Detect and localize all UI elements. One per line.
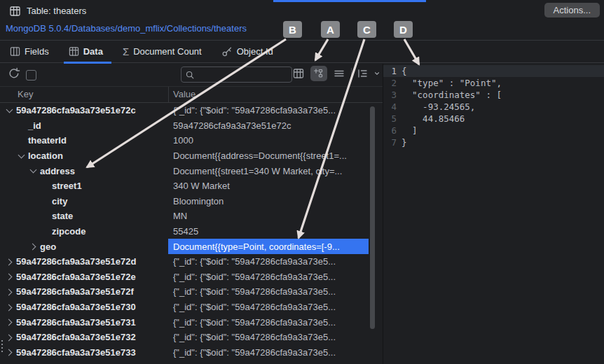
row-value-cell[interactable]: {"_id": {"$oid": "59a47286cfa9a3a73e5... [168, 314, 369, 330]
table-row[interactable]: 59a47286cfa9a3a73e51e72e {"_id": {"$oid"… [0, 270, 383, 285]
editor-line[interactable]: 5 44.85466 [383, 113, 604, 125]
chevron-right-icon[interactable] [29, 242, 37, 251]
tab-data[interactable]: Data [69, 41, 103, 63]
sigma-icon: Σ [123, 47, 129, 57]
row-value-cell[interactable]: Document{{street1=340 W Market, city=... [168, 163, 369, 178]
table-row[interactable]: 59a47286cfa9a3a73e51e72d {"_id": {"$oid"… [0, 254, 383, 270]
editor-line[interactable]: 6 ] [383, 125, 604, 136]
chevron-right-icon[interactable] [5, 333, 13, 342]
row-value-cell[interactable]: 1000 [168, 133, 369, 148]
row-key-cell[interactable]: city [0, 196, 168, 206]
editor-line[interactable]: 2 "type" : "Point", [383, 77, 604, 89]
annotation-label-d: D [394, 21, 413, 38]
row-key-cell[interactable]: 59a47286cfa9a3a73e51e731 [0, 317, 168, 328]
table-row[interactable]: 59a47286cfa9a3a73e51e730 {"_id": {"$oid"… [0, 300, 383, 315]
row-key-cell[interactable]: address [0, 166, 168, 176]
tab-object-id[interactable]: Object Id [221, 41, 273, 63]
search-box[interactable] [181, 66, 292, 83]
chevron-down-icon[interactable] [29, 167, 37, 175]
column-header-key[interactable]: Key [18, 89, 33, 99]
row-value-cell[interactable]: Document{{address=Document{{street1=... [168, 148, 369, 164]
row-value-cell[interactable]: {"_id": {"$oid": "59a47286cfa9a3a73e5... [168, 103, 369, 118]
actions-button[interactable]: Actions... [544, 3, 600, 18]
table-row[interactable]: 59a47286cfa9a3a73e51e733 {"_id": {"$oid"… [0, 345, 383, 360]
row-key-cell[interactable]: state [0, 211, 168, 221]
row-key-cell[interactable]: location [0, 150, 168, 161]
row-value-cell[interactable]: {"_id": {"$oid": "59a47286cfa9a3a73e5... [168, 300, 369, 315]
columns-icon [10, 46, 20, 57]
chevron-right-icon[interactable] [5, 288, 13, 296]
table-row[interactable]: address Document{{street1=340 W Market, … [0, 163, 383, 178]
key-icon [221, 46, 233, 57]
chevron-down-icon[interactable] [17, 152, 25, 160]
table-row[interactable]: 59a47286cfa9a3a73e51e72f {"_id": {"$oid"… [0, 284, 383, 300]
text-view-icon[interactable] [331, 66, 348, 81]
editor-line[interactable]: 1{ [383, 65, 604, 77]
table-row[interactable]: 59a47286cfa9a3a73e51e731 {"_id": {"$oid"… [0, 314, 383, 330]
editor-line[interactable]: 7} [383, 136, 604, 148]
table-row[interactable]: location Document{{address=Document{{str… [0, 148, 383, 164]
row-key-cell[interactable]: 59a47286cfa9a3a73e51e732 [0, 332, 168, 342]
row-key-cell[interactable]: 59a47286cfa9a3a73e51e72f [0, 286, 168, 297]
toolbar-separator [351, 68, 352, 79]
search-icon [185, 70, 195, 80]
row-key-cell[interactable]: 59a47286cfa9a3a73e51e72d [0, 256, 168, 267]
row-key-cell[interactable]: 59a47286cfa9a3a73e51e72c [0, 105, 168, 115]
search-input[interactable] [195, 69, 282, 80]
table-row[interactable]: zipcode 55425 [0, 224, 383, 239]
column-header-value[interactable]: Value [173, 89, 195, 99]
select-documents-checkbox[interactable] [26, 70, 36, 80]
table-row[interactable]: 59a47286cfa9a3a73e51e72c {"_id": {"$oid"… [0, 103, 383, 118]
row-key-cell[interactable]: 59a47286cfa9a3a73e51e72e [0, 272, 168, 282]
row-key-cell[interactable]: 59a47286cfa9a3a73e51e730 [0, 302, 168, 312]
table-row[interactable]: theaterId 1000 [0, 133, 383, 148]
row-value-cell[interactable]: {"_id": {"$oid": "59a47286cfa9a3a73e5... [168, 284, 369, 300]
tab-bar: Fields Data Σ Document Count Object Id [0, 40, 604, 63]
table-row[interactable]: 59a47286cfa9a3a73e51e732 {"_id": {"$oid"… [0, 330, 383, 345]
grid-view-icon[interactable] [290, 66, 307, 81]
document-tree: 59a47286cfa9a3a73e51e72c {"_id": {"$oid"… [0, 103, 383, 364]
row-value-cell[interactable]: {"_id": {"$oid": "59a47286cfa9a3a73e5... [168, 270, 369, 285]
chevron-right-icon[interactable] [5, 318, 13, 326]
chevron-down-icon[interactable] [5, 106, 13, 115]
row-value-cell[interactable]: 340 W Market [168, 178, 369, 194]
editor-line[interactable]: 3 "coordinates" : [ [383, 89, 604, 101]
row-value-cell[interactable]: MN [168, 209, 369, 224]
tab-document-count[interactable]: Σ Document Count [123, 41, 202, 63]
row-key-cell[interactable]: theaterId [0, 135, 168, 146]
chevron-down-icon[interactable] [373, 66, 381, 81]
row-value-cell[interactable]: Bloomington [168, 194, 369, 209]
table-row[interactable]: street1 340 W Market [0, 178, 383, 194]
table-row[interactable]: city Bloomington [0, 194, 383, 209]
tab-fields[interactable]: Fields [10, 41, 49, 63]
row-value-cell[interactable]: {"_id": {"$oid": "59a47286cfa9a3a73e5... [168, 254, 369, 270]
row-value-cell[interactable]: 59a47286cfa9a3a73e51e72c [168, 118, 369, 134]
annotation-label-a: A [321, 21, 340, 38]
row-value-cell[interactable]: {"_id": {"$oid": "59a47286cfa9a3a73e5... [168, 330, 369, 345]
chevron-right-icon[interactable] [5, 303, 13, 312]
drag-handle[interactable] [1, 340, 4, 353]
chevron-right-icon[interactable] [5, 272, 13, 281]
row-value-cell[interactable]: 55425 [168, 224, 369, 239]
row-key-cell[interactable]: street1 [0, 181, 168, 191]
chevron-right-icon[interactable] [5, 348, 13, 356]
table-row[interactable]: _id 59a47286cfa9a3a73e51e72c [0, 118, 383, 134]
editor-line[interactable]: 4 -93.24565, [383, 101, 604, 113]
column-divider[interactable] [168, 87, 169, 102]
table-row[interactable]: state MN [0, 209, 383, 224]
json-editor[interactable]: 1{ 2 "type" : "Point", 3 "coordinates" :… [383, 64, 604, 364]
row-value-cell[interactable]: {"_id": {"$oid": "59a47286cfa9a3a73e5... [168, 345, 369, 360]
refresh-icon[interactable] [8, 67, 20, 80]
tree-view-icon[interactable] [310, 66, 327, 81]
row-key-cell[interactable]: zipcode [0, 226, 168, 237]
row-key-cell[interactable]: geo [0, 241, 168, 252]
row-key-cell[interactable]: 59a47286cfa9a3a73e51e733 [0, 347, 168, 358]
expand-nodes-icon[interactable] [355, 66, 369, 81]
breadcrumb[interactable]: MongoDB 5.0.4/Databases/demo_mflix/Colle… [6, 23, 247, 34]
vertical-scrollbar[interactable] [370, 106, 375, 329]
grid-header: Key Value [0, 87, 383, 103]
chevron-right-icon[interactable] [5, 258, 13, 266]
table-row-selected[interactable]: geo Document{{type=Point, coordinates=[-… [0, 239, 383, 254]
row-key-cell[interactable]: _id [0, 120, 168, 131]
row-value-cell-selected[interactable]: Document{{type=Point, coordinates=[-9... [168, 239, 369, 254]
